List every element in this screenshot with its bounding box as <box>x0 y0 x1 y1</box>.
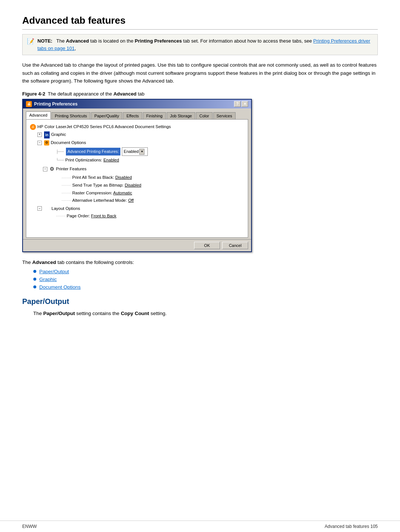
print-all-text-value: Disabled <box>115 175 132 180</box>
tree-root: 🖨 HP Color LaserJet CP4520 Series PCL6 A… <box>30 123 244 131</box>
fig-num: Figure 4-2 <box>22 91 45 97</box>
figure-caption: Figure 4-2 The default appearance of the… <box>22 91 378 97</box>
tree-item-doc-options: − ⚙ Document Options <box>37 139 244 147</box>
hp-icon: 🖨 <box>30 124 36 130</box>
copy-count-bold: Copy Count <box>121 311 149 316</box>
page-title: Advanced tab features <box>22 15 378 30</box>
printer-features-label: Printer Features <box>56 165 86 173</box>
tab-printing-shortcuts[interactable]: Printing Shortcuts <box>51 112 90 119</box>
footer-right: Advanced tab features 105 <box>325 524 378 529</box>
alt-letterhead-row: ········· Alternative Letterhead Mode: O… <box>61 197 244 204</box>
tree-line-po: └── <box>56 157 64 163</box>
note-box: 📝 NOTE: The Advanced tab is located on t… <box>22 34 378 55</box>
layout-options-label: Layout Options <box>51 205 80 213</box>
dotted-line-1: ········· <box>61 175 71 181</box>
paper-output-bold: Paper/Output <box>43 311 75 316</box>
layout-options-expand-btn[interactable]: − <box>37 206 42 211</box>
section-body-text: The Paper/Output setting contains the Co… <box>22 310 378 318</box>
advanced-bold: Advanced <box>32 260 56 265</box>
note-prefs-bold: Printing Preferences <box>135 38 182 44</box>
page-order-label: Page Order: Front to Back <box>67 213 116 220</box>
dropdown-arrow[interactable]: ▼ <box>139 149 144 155</box>
tab-color[interactable]: Color <box>196 112 212 119</box>
link-graphic[interactable]: Graphic <box>39 277 57 282</box>
tab-job-storage[interactable]: Job Storage <box>167 112 195 119</box>
raster-compression-value: Automatic <box>113 191 132 195</box>
raster-compression-label: Raster Compression: Automatic <box>72 190 132 197</box>
send-true-type-value: Disabled <box>125 183 141 187</box>
print-optimizations-label: Print Optimizations: Enabled <box>65 157 119 164</box>
cancel-button[interactable]: Cancel <box>222 242 248 249</box>
tree-root-label: HP Color LaserJet CP4520 Series PCL6 Adv… <box>37 123 171 131</box>
tree: 🖨 HP Color LaserJet CP4520 Series PCL6 A… <box>30 123 244 220</box>
advanced-printing-dropdown[interactable]: Enabled ▼ <box>122 147 148 156</box>
list-item-paper-output: Paper/Output <box>33 269 378 274</box>
send-true-type-label: Send True Type as Bitmap: Disabled <box>72 182 141 189</box>
graphic-icon: in <box>44 131 50 138</box>
tree-item-graphic: + in Graphic <box>37 131 244 138</box>
printer-features-expand-btn[interactable]: − <box>43 167 47 171</box>
dialog-title: Printing Preferences <box>34 101 77 107</box>
tab-advanced[interactable]: Advanced <box>26 111 51 119</box>
raster-compression-row: ········· Raster Compression: Automatic <box>61 190 244 197</box>
page-footer: ENWW Advanced tab features 105 <box>0 521 400 532</box>
doc-options-label: Document Options <box>51 139 86 147</box>
dialog-body: Advanced Printing Shortcuts Paper/Qualit… <box>23 108 251 239</box>
section-heading-paper-output: Paper/Output <box>22 297 378 306</box>
tab-services[interactable]: Services <box>213 112 236 119</box>
printer-features-icon: ⚙ <box>50 165 54 174</box>
tab-effects[interactable]: Effects <box>123 112 142 119</box>
titlebar-buttons[interactable]: ? ✕ <box>234 101 248 107</box>
footer-left: ENWW <box>22 524 37 529</box>
graphic-label: Graphic <box>51 131 66 138</box>
note-tab-name: Advanced <box>66 38 89 44</box>
print-all-text-row: ········· Print All Text as Black: Disab… <box>61 174 244 181</box>
controls-text: The Advanced tab contains the following … <box>22 260 378 265</box>
tab-strip: Advanced Printing Shortcuts Paper/Qualit… <box>24 110 250 119</box>
help-button[interactable]: ? <box>234 101 241 107</box>
note-label: NOTE: <box>37 38 52 44</box>
list-item-doc-options: Document Options <box>33 284 378 290</box>
doc-options-icon: ⚙ <box>44 140 49 145</box>
note-text: NOTE: The Advanced tab is located on the… <box>37 37 373 52</box>
advanced-printing-row: ├── Advanced Printing Features: Enabled … <box>56 147 244 156</box>
advanced-printing-label: Advanced Printing Features: <box>66 148 120 155</box>
dotted-line-3: ········· <box>61 190 71 196</box>
close-button[interactable]: ✕ <box>241 101 248 107</box>
print-optimizations-value: Enabled <box>103 158 119 162</box>
ok-button[interactable]: OK <box>194 242 220 249</box>
graphic-expand-btn[interactable]: + <box>37 133 42 137</box>
dotted-line-2: ········· <box>61 182 71 188</box>
dialog-footer: OK Cancel <box>23 239 251 251</box>
doc-options-expand-btn[interactable]: − <box>37 141 42 145</box>
tree-item-printer-features: − ⚙ Printer Features <box>43 165 244 174</box>
tab-content-advanced: 🖨 HP Color LaserJet CP4520 Series PCL6 A… <box>26 119 248 238</box>
send-true-type-row: ········· Send True Type as Bitmap: Disa… <box>61 182 244 189</box>
dialog-titlebar-left: 🖨 Printing Preferences <box>26 101 77 107</box>
print-optimizations-row: └── Print Optimizations: Enabled <box>56 157 244 164</box>
bullet-dot-1 <box>33 270 36 273</box>
list-item-graphic: Graphic <box>33 277 378 282</box>
dialog-titlebar: 🖨 Printing Preferences ? ✕ <box>23 100 251 108</box>
page-order-value: Front to Back <box>91 214 116 218</box>
alt-letterhead-value: Off <box>128 198 134 203</box>
dropdown-value: Enabled <box>124 148 139 155</box>
note-icon: 📝 <box>27 38 34 45</box>
tab-paper-quality[interactable]: Paper/Quality <box>91 112 123 119</box>
tree-item-layout-options: − Layout Options <box>37 205 244 213</box>
bullet-list: Paper/Output Graphic Document Options <box>33 269 378 290</box>
bullet-dot-2 <box>33 278 36 281</box>
print-all-text-label: Print All Text as Black: Disabled <box>72 174 132 181</box>
link-doc-options[interactable]: Document Options <box>39 284 81 290</box>
link-paper-output[interactable]: Paper/Output <box>39 269 69 274</box>
tab-finishing[interactable]: Finishing <box>143 112 166 119</box>
fig-tab-name: Advanced <box>113 91 136 97</box>
alt-letterhead-label: Alternative Letterhead Mode: Off <box>72 197 134 204</box>
printer-app-icon: 🖨 <box>26 101 32 107</box>
bullet-dot-3 <box>33 285 36 288</box>
page-order-row: ········· Page Order: Front to Back <box>56 213 244 220</box>
dialog-window: 🖨 Printing Preferences ? ✕ Advanced Prin… <box>22 99 252 252</box>
tree-line-adv: ├── <box>56 148 64 155</box>
dotted-line-4: ········· <box>61 197 71 204</box>
dotted-line-5: ········· <box>56 213 65 219</box>
